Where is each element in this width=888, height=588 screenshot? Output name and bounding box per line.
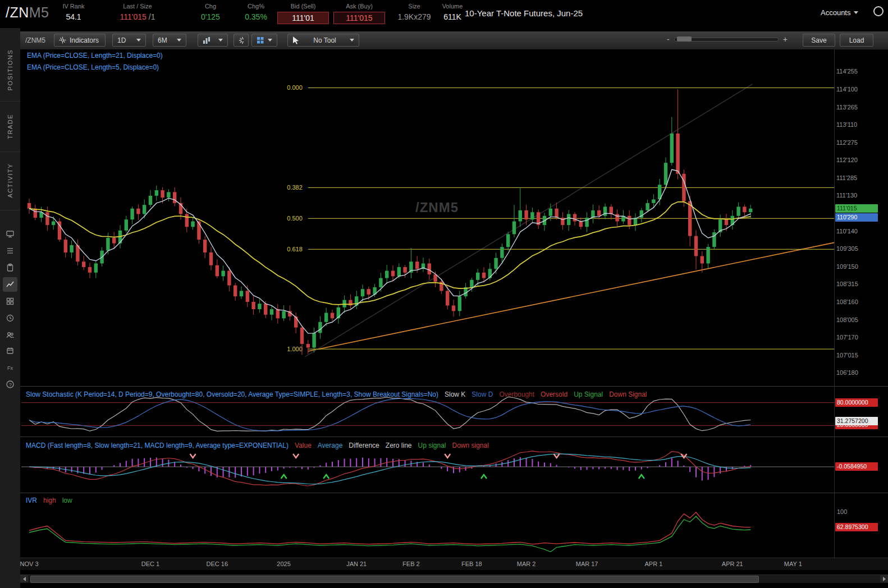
tool-label: No Tool (313, 36, 336, 44)
last-value: 111'015 (120, 12, 147, 21)
load-label: Load (849, 36, 864, 44)
range-dropdown[interactable]: 6M (153, 34, 186, 47)
price-tick: 114'255 (836, 67, 858, 75)
layout-grid-dropdown[interactable] (251, 34, 277, 47)
chg-value: 0'125 (191, 12, 230, 21)
macd-value-badge: -0.0584950 (835, 462, 878, 471)
bid-label: Bid (Sell) (277, 3, 329, 11)
legend-item: low (62, 497, 72, 504)
price-tick: 109'150 (836, 263, 858, 270)
fib-level-badge: 110'290 (835, 213, 878, 222)
symbol-root: /ZN (6, 4, 29, 20)
price-tick: 107'015 (836, 351, 858, 359)
stoch-value-badge: 31.2757200 (835, 417, 878, 425)
bid-box[interactable]: 111'01 (277, 12, 329, 24)
legend-item: Oversold (541, 391, 567, 398)
tab-positions[interactable]: POSITIONS (0, 39, 20, 102)
tab-trade[interactable]: TRADE (0, 101, 20, 152)
price-tick: 109'305 (836, 245, 858, 252)
svg-text:0.000: 0.000 (287, 84, 303, 91)
clipboard-icon[interactable] (3, 260, 17, 275)
chg-pct-field: Chg% 0.35% (236, 3, 276, 21)
chart-watermark: /ZNM5 (415, 200, 459, 215)
accounts-menu[interactable]: Accounts (821, 8, 858, 17)
size-label: Size (392, 3, 437, 11)
zoom-slider-thumb[interactable] (677, 36, 692, 42)
symbol-suffix: M5 (29, 4, 49, 20)
users-icon[interactable] (3, 328, 17, 342)
up-signal-arrow (281, 475, 287, 479)
main-price-chart[interactable]: 0.0000.3820.5000.6181.000 (21, 49, 835, 386)
scrollbar-thumb[interactable] (30, 576, 759, 583)
gear-icon (239, 36, 244, 44)
save-button[interactable]: Save (803, 34, 835, 47)
quote-header: /ZNM5 IV Rank 54.1 Last / Size 111'015 /… (0, 0, 888, 28)
left-arrow-icon (23, 577, 26, 581)
last-size-suffix: /1 (147, 12, 155, 21)
zoom-control: - + (667, 36, 788, 43)
macd-study-label[interactable]: MACD (Fast length=8, Slow length=21, MAC… (26, 442, 489, 449)
zoom-out-button[interactable]: - (667, 36, 670, 43)
ascending-support (308, 242, 834, 351)
chart-style-dropdown[interactable] (198, 34, 228, 47)
timeframe-value: 1D (117, 36, 126, 44)
scroll-left-button[interactable] (20, 575, 28, 582)
ema5-study-label[interactable]: EMA (Price=CLOSE, Length=5, Displace=0) (27, 63, 159, 71)
grid-icon[interactable] (3, 294, 17, 309)
time-axis-label: NOV 3 (11, 561, 47, 567)
chart-icon[interactable] (3, 277, 17, 292)
indicators-icon (59, 36, 66, 44)
slow-d-line (29, 398, 750, 431)
profile-icon[interactable] (873, 6, 884, 16)
price-tick: 106'180 (836, 369, 858, 376)
ivr-panel[interactable] (21, 494, 835, 558)
chevron-down-icon (136, 39, 141, 42)
monitor-icon[interactable] (3, 227, 17, 241)
legend-item: Difference (349, 442, 379, 449)
chg-pct-value: 0.35% (236, 12, 276, 21)
tab-activity[interactable]: ACTIVITY (0, 151, 20, 210)
scroll-right-button[interactable] (880, 575, 888, 582)
help-icon[interactable]: ? (3, 377, 17, 392)
time-axis-label: JAN 21 (338, 561, 374, 567)
last-size-label: Last / Size (101, 3, 174, 11)
horizontal-scrollbar[interactable] (20, 575, 888, 583)
stochastic-study-label[interactable]: Slow Stochastic (K Period=14, D Period=9… (26, 391, 647, 398)
volume-field: Volume 611K (437, 3, 468, 21)
drawing-tool-dropdown[interactable]: No Tool (287, 34, 359, 47)
panel-divider (20, 437, 888, 437)
timeframe-dropdown[interactable]: 1D (112, 34, 146, 47)
up-signal-arrow (323, 475, 329, 479)
ema21-study-label[interactable]: EMA (Price=CLOSE, Length=21, Displace=0) (27, 52, 163, 59)
price-tick: 107'170 (836, 333, 858, 341)
chg-field: Chg 0'125 (191, 3, 230, 21)
legend-item: Average (318, 442, 342, 449)
zoom-slider-track[interactable] (674, 38, 779, 42)
list-icon[interactable] (3, 244, 17, 258)
indicators-button[interactable]: Indicators (54, 34, 106, 47)
settings-button[interactable] (234, 34, 249, 47)
chart-toolbar: /ZNM5 Indicators 1D 6M No Tool - + Save … (20, 31, 888, 50)
price-axis[interactable]: 111'015 110'290 80.0000000 20.0000000 31… (835, 49, 888, 559)
tab-positions-label: POSITIONS (7, 49, 13, 90)
price-tick: 110'140 (836, 227, 858, 235)
fx-icon[interactable]: Fx (3, 360, 17, 375)
ask-box[interactable]: 111'015 (333, 12, 385, 24)
time-axis-label: APR 21 (715, 561, 750, 567)
contract-title: 10-Year T-Note Futures, Jun-25 (465, 8, 583, 18)
price-tick: 114'100 (836, 85, 858, 93)
size-field: Size 1.9Kx279 (392, 3, 437, 21)
bar-chart-icon (203, 36, 210, 44)
ema5-line (29, 169, 750, 333)
time-axis[interactable]: NOV 3DEC 1DEC 162025JAN 21FEB 2FEB 18MAR… (20, 559, 888, 570)
bid-value: 111'01 (292, 13, 314, 22)
zoom-in-button[interactable]: + (783, 36, 788, 43)
ivr-study-label[interactable]: IVRhighlow (26, 497, 72, 504)
svg-text:0.382: 0.382 (287, 184, 303, 191)
price-tick: 111'130 (836, 191, 857, 199)
macd-value-line (29, 451, 750, 486)
calendar-icon[interactable] (3, 343, 17, 358)
load-button[interactable]: Load (840, 34, 873, 47)
price-tick: 108'005 (836, 316, 858, 324)
clock-icon[interactable] (3, 311, 17, 325)
